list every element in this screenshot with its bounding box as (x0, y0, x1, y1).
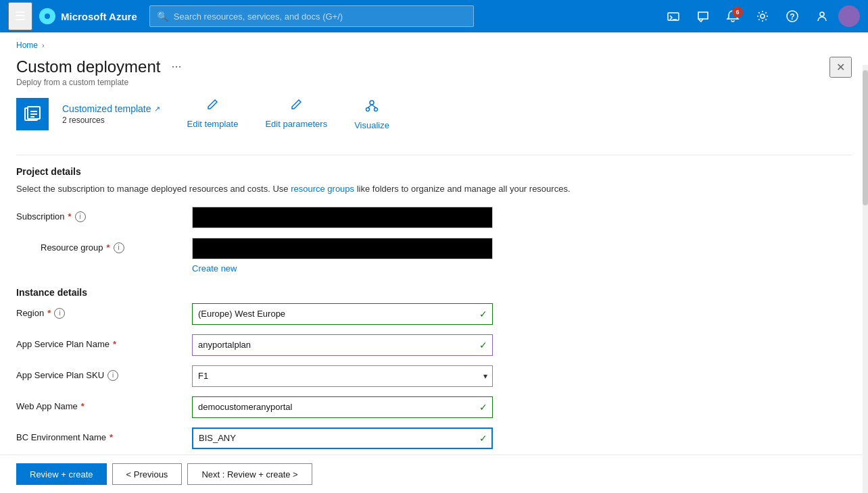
create-new-resource-group-link[interactable]: Create new (192, 263, 237, 274)
subscription-label-col: Subscription * i (16, 207, 192, 222)
svg-point-7 (820, 12, 824, 16)
breadcrumb-home-link[interactable]: Home (16, 41, 38, 50)
web-app-name-label: Web App Name * (16, 401, 192, 411)
help-button[interactable]: ? (779, 3, 806, 30)
user-avatar[interactable] (838, 5, 860, 27)
topnav-right-icons: 6 ? (660, 3, 860, 30)
external-link-icon: ↗ (154, 105, 160, 113)
svg-line-16 (368, 105, 372, 108)
top-navigation: ☰ Microsoft Azure 🔍 6 ? (0, 0, 868, 32)
region-valid-icon: ✓ (479, 309, 487, 319)
app-service-plan-name-row: App Service Plan Name * ✓ (16, 334, 852, 356)
region-row: Region * i (Europe) West Europe ✓ (16, 303, 852, 325)
app-service-plan-sku-select[interactable]: F1 (192, 365, 493, 387)
web-app-name-control-col: ✓ (192, 396, 493, 418)
app-service-plan-name-control-col: ✓ (192, 334, 493, 356)
bc-environment-name-row: BC Environment Name * ✓ (16, 427, 852, 449)
region-label-col: Region * i (16, 303, 192, 319)
directory-button[interactable] (809, 3, 836, 30)
region-control-col: (Europe) West Europe ✓ (192, 303, 493, 325)
bc-env-required: * (110, 432, 113, 442)
app-service-plan-sku-row: App Service Plan SKU i F1 ▾ (16, 365, 852, 387)
main-content: Home › Custom deployment ··· Deploy from… (0, 32, 868, 493)
subscription-required: * (68, 211, 72, 222)
app-service-plan-name-label: App Service Plan Name * (16, 339, 192, 349)
cloud-shell-button[interactable] (660, 3, 687, 30)
subscription-label: Subscription * i (16, 211, 192, 222)
asp-sku-select-wrapper: F1 ▾ (192, 365, 493, 387)
feedback-button[interactable] (690, 3, 717, 30)
form-footer: Review + create < Previous Next : Review… (0, 455, 868, 493)
resource-group-info-icon[interactable]: i (114, 242, 124, 253)
bc-environment-name-control-col: ✓ (192, 427, 493, 449)
review-create-button[interactable]: Review + create (16, 463, 107, 485)
resource-group-field-hidden[interactable] (192, 238, 493, 259)
web-app-name-input-wrapper: ✓ (192, 396, 493, 418)
customized-template-link[interactable]: Customized template ↗ (62, 103, 160, 114)
edit-parameters-icon (289, 98, 303, 115)
scrollbar-thumb[interactable] (863, 70, 868, 205)
close-button[interactable]: ✕ (829, 57, 852, 78)
next-review-create-button[interactable]: Next : Review + create > (187, 463, 312, 485)
edit-parameters-action[interactable]: Edit parameters (265, 98, 327, 130)
page-subtitle: Deploy from a custom template (16, 78, 187, 87)
section-divider (16, 155, 852, 155)
page-title-area: Custom deployment ··· Deploy from a cust… (16, 57, 187, 87)
template-resources-count: 2 resources (62, 115, 160, 125)
svg-point-14 (366, 108, 370, 111)
web-app-name-row: Web App Name * ✓ (16, 396, 852, 418)
bc-environment-name-label: BC Environment Name * (16, 432, 192, 442)
asp-name-required: * (113, 339, 116, 349)
template-actions: Edit template Edit parameters Visualize (187, 98, 389, 130)
settings-button[interactable] (749, 3, 776, 30)
azure-logo-icon (39, 8, 55, 24)
region-required: * (47, 308, 51, 318)
azure-logo-text: Microsoft Azure (61, 11, 137, 22)
edit-template-icon (206, 98, 219, 115)
subscription-field-hidden[interactable] (192, 207, 493, 228)
subscription-row: Subscription * i (16, 207, 852, 228)
hamburger-menu-button[interactable]: ☰ (8, 2, 32, 30)
bc-env-valid-icon: ✓ (479, 433, 487, 444)
notification-button[interactable]: 6 (719, 3, 746, 30)
subscription-info-icon[interactable]: i (75, 211, 86, 222)
scrollbar-track[interactable] (863, 65, 868, 493)
web-app-name-input[interactable] (192, 396, 493, 418)
web-app-name-label-col: Web App Name * (16, 396, 192, 411)
region-input-wrapper: (Europe) West Europe ✓ (192, 303, 493, 325)
visualize-icon (364, 98, 379, 116)
page-wrapper: Home › Custom deployment ··· Deploy from… (0, 32, 868, 493)
breadcrumb-separator: › (42, 41, 45, 49)
previous-button[interactable]: < Previous (112, 463, 183, 485)
search-bar[interactable]: 🔍 (149, 5, 474, 27)
resource-group-label: Resource group * i (41, 242, 192, 253)
app-service-plan-sku-label: App Service Plan SKU i (16, 370, 192, 381)
project-details-title: Project details (16, 166, 852, 177)
asp-name-valid-icon: ✓ (479, 340, 487, 351)
visualize-label: Visualize (354, 120, 389, 130)
resource-group-label-col: Resource group * i (41, 238, 192, 253)
search-icon: 🔍 (157, 11, 168, 22)
edit-template-label: Edit template (187, 119, 239, 129)
template-info: Customized template ↗ 2 resources (62, 103, 160, 125)
bc-environment-name-label-col: BC Environment Name * (16, 427, 192, 442)
edit-template-action[interactable]: Edit template (187, 98, 239, 130)
notification-badge: 6 (732, 7, 743, 18)
subscription-control-col (192, 207, 493, 228)
page-title: Custom deployment (16, 57, 160, 76)
visualize-action[interactable]: Visualize (354, 98, 389, 130)
template-section: Customized template ↗ 2 resources Edit t… (16, 98, 852, 141)
page-options-button[interactable]: ··· (166, 57, 187, 76)
app-service-plan-sku-control-col: F1 ▾ (192, 365, 493, 387)
asp-sku-info-icon[interactable]: i (107, 370, 118, 381)
resource-groups-link[interactable]: resource groups (291, 184, 354, 194)
svg-point-13 (370, 101, 374, 105)
svg-point-4 (761, 14, 765, 18)
edit-parameters-label: Edit parameters (265, 119, 327, 129)
search-input[interactable] (174, 11, 466, 22)
app-service-plan-name-input[interactable] (192, 334, 493, 356)
region-info-icon[interactable]: i (54, 308, 65, 319)
svg-line-17 (372, 105, 376, 108)
bc-environment-name-input[interactable] (192, 427, 493, 449)
region-select[interactable]: (Europe) West Europe (192, 303, 493, 325)
